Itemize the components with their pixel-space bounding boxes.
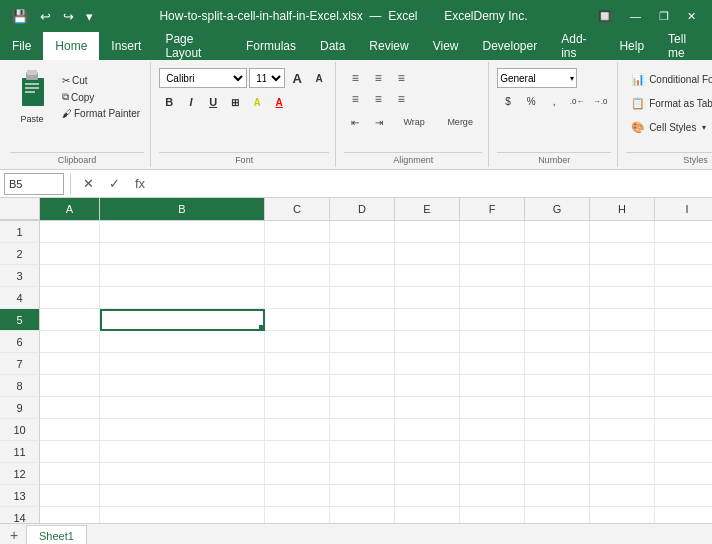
cell-I4[interactable]	[655, 287, 712, 309]
fill-color-button[interactable]: A	[247, 92, 267, 112]
font-name-select[interactable]: Calibri	[159, 68, 247, 88]
cell-G9[interactable]	[525, 397, 590, 419]
cell-H12[interactable]	[590, 463, 655, 485]
cell-E4[interactable]	[395, 287, 460, 309]
confirm-formula-button[interactable]: ✓	[103, 173, 125, 195]
cell-A6[interactable]	[40, 331, 100, 353]
row-header-12[interactable]: 12	[0, 463, 40, 485]
cell-F9[interactable]	[460, 397, 525, 419]
border-button[interactable]: ⊞	[225, 92, 245, 112]
align-top-left-button[interactable]: ≡	[344, 68, 366, 88]
cell-D14[interactable]	[330, 507, 395, 523]
row-header-8[interactable]: 8	[0, 375, 40, 397]
cell-I8[interactable]	[655, 375, 712, 397]
ribbon-display-icon[interactable]: 🔲	[590, 8, 620, 25]
cell-I7[interactable]	[655, 353, 712, 375]
cell-D9[interactable]	[330, 397, 395, 419]
cell-F5[interactable]	[460, 309, 525, 331]
cell-H10[interactable]	[590, 419, 655, 441]
cell-D10[interactable]	[330, 419, 395, 441]
cell-G1[interactable]	[525, 221, 590, 243]
cell-D5[interactable]	[330, 309, 395, 331]
cell-H1[interactable]	[590, 221, 655, 243]
menu-home[interactable]: Home	[43, 32, 99, 60]
undo-icon[interactable]: ↩	[36, 7, 55, 26]
cell-A4[interactable]	[40, 287, 100, 309]
cell-fill-handle[interactable]	[259, 325, 265, 331]
customize-qat-icon[interactable]: ▾	[82, 7, 97, 26]
cell-C13[interactable]	[265, 485, 330, 507]
menu-page-layout[interactable]: Page Layout	[153, 32, 234, 60]
cell-C4[interactable]	[265, 287, 330, 309]
cell-F4[interactable]	[460, 287, 525, 309]
cell-H6[interactable]	[590, 331, 655, 353]
cell-E11[interactable]	[395, 441, 460, 463]
percent-button[interactable]: %	[520, 92, 542, 110]
cell-C3[interactable]	[265, 265, 330, 287]
cell-D2[interactable]	[330, 243, 395, 265]
cell-C1[interactable]	[265, 221, 330, 243]
cell-F7[interactable]	[460, 353, 525, 375]
row-header-11[interactable]: 11	[0, 441, 40, 463]
increase-font-size-button[interactable]: A	[287, 68, 307, 88]
cell-G4[interactable]	[525, 287, 590, 309]
cell-C14[interactable]	[265, 507, 330, 523]
cell-C9[interactable]	[265, 397, 330, 419]
cell-B8[interactable]	[100, 375, 265, 397]
cell-B7[interactable]	[100, 353, 265, 375]
cell-D12[interactable]	[330, 463, 395, 485]
menu-view[interactable]: View	[421, 32, 471, 60]
cell-A5[interactable]	[40, 309, 100, 331]
menu-formulas[interactable]: Formulas	[234, 32, 308, 60]
align-top-center-button[interactable]: ≡	[367, 68, 389, 88]
font-color-button[interactable]: A	[269, 92, 289, 112]
cell-G7[interactable]	[525, 353, 590, 375]
menu-data[interactable]: Data	[308, 32, 357, 60]
menu-add-ins[interactable]: Add-ins	[549, 32, 607, 60]
cell-H8[interactable]	[590, 375, 655, 397]
row-header-9[interactable]: 9	[0, 397, 40, 419]
row-header-10[interactable]: 10	[0, 419, 40, 441]
row-header-7[interactable]: 7	[0, 353, 40, 375]
cell-F14[interactable]	[460, 507, 525, 523]
close-button[interactable]: ✕	[679, 8, 704, 25]
row-header-1[interactable]: 1	[0, 221, 40, 243]
cell-H11[interactable]	[590, 441, 655, 463]
cell-I14[interactable]	[655, 507, 712, 523]
menu-file[interactable]: File	[0, 32, 43, 60]
redo-icon[interactable]: ↪	[59, 7, 78, 26]
cell-F8[interactable]	[460, 375, 525, 397]
cell-E7[interactable]	[395, 353, 460, 375]
cell-B3[interactable]	[100, 265, 265, 287]
cell-styles-button[interactable]: 🎨 Cell Styles ▾	[626, 116, 712, 138]
cell-G12[interactable]	[525, 463, 590, 485]
cell-I13[interactable]	[655, 485, 712, 507]
italic-button[interactable]: I	[181, 92, 201, 112]
col-header-I[interactable]: I	[655, 198, 712, 220]
cell-B5[interactable]	[100, 309, 265, 331]
cell-G8[interactable]	[525, 375, 590, 397]
cell-F1[interactable]	[460, 221, 525, 243]
minimize-button[interactable]: —	[622, 8, 649, 25]
row-header-2[interactable]: 2	[0, 243, 40, 265]
cell-E10[interactable]	[395, 419, 460, 441]
currency-button[interactable]: $	[497, 92, 519, 110]
cell-I11[interactable]	[655, 441, 712, 463]
align-center-button[interactable]: ≡	[367, 89, 389, 109]
menu-developer[interactable]: Developer	[471, 32, 550, 60]
cell-E12[interactable]	[395, 463, 460, 485]
cell-B10[interactable]	[100, 419, 265, 441]
cell-D4[interactable]	[330, 287, 395, 309]
cell-C6[interactable]	[265, 331, 330, 353]
cell-F12[interactable]	[460, 463, 525, 485]
cell-F2[interactable]	[460, 243, 525, 265]
copy-button[interactable]: ⧉ Copy	[58, 89, 144, 105]
align-right-button[interactable]: ≡	[390, 89, 412, 109]
increase-indent-button[interactable]: ⇥	[368, 113, 390, 131]
col-header-G[interactable]: G	[525, 198, 590, 220]
format-as-table-button[interactable]: 📋 Format as Table ▾	[626, 92, 712, 114]
restore-button[interactable]: ❐	[651, 8, 677, 25]
cell-H14[interactable]	[590, 507, 655, 523]
cut-button[interactable]: ✂ Cut	[58, 73, 144, 88]
cell-G10[interactable]	[525, 419, 590, 441]
